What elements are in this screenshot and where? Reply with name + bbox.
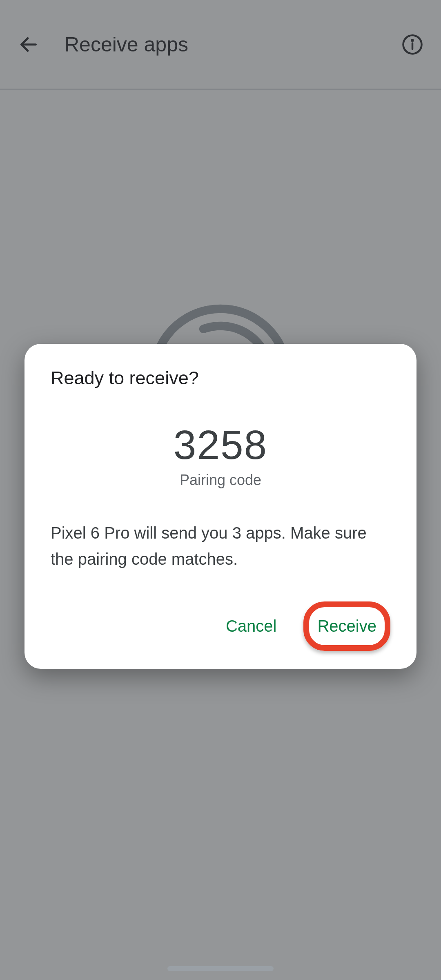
receive-button[interactable]: Receive [303,601,390,651]
gesture-handle[interactable] [167,966,274,971]
dialog-body-text: Pixel 6 Pro will send you 3 apps. Make s… [51,520,390,572]
dialog-actions: Cancel Receive [51,601,390,651]
pairing-code-value: 3258 [51,421,390,468]
cancel-button[interactable]: Cancel [218,607,285,645]
dialog-title: Ready to receive? [51,368,390,389]
pairing-code-label: Pairing code [51,472,390,489]
ready-to-receive-dialog: Ready to receive? 3258 Pairing code Pixe… [24,344,416,669]
